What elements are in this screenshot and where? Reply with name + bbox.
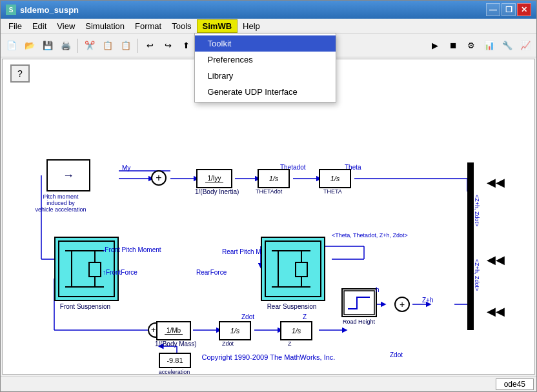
menu-edit[interactable]: Edit [27, 19, 52, 34]
mux-block-right [467, 162, 474, 330]
status-solver: ode45 [496, 378, 534, 390]
h-label: h [376, 286, 380, 293]
dropdown-generate-udp[interactable]: Generate UDP Interface [195, 84, 336, 100]
copyright-label: Copyright 1990-2009 The MathWorks, Inc. [3, 353, 534, 361]
tb-copy[interactable]: 📋 [99, 37, 116, 54]
tb-up[interactable]: ⬆ [177, 37, 194, 54]
minimize-button[interactable]: — [486, 3, 500, 16]
body-mass-label: 1/(Body Mass) [155, 340, 196, 348]
frontforce-label: ↑FrontForce [103, 269, 137, 276]
tb-print[interactable]: 🖨️ [57, 37, 74, 54]
mux-out-zh-label: <Z+h, Zdot> [474, 195, 480, 226]
title-bar: S sldemo_suspn — ❐ ✕ [1, 1, 536, 19]
z-wire-label: Z [303, 313, 307, 320]
body-mass-gain[interactable]: 1/Mb [156, 321, 191, 340]
dropdown-toolkit[interactable]: Toolkit [195, 35, 336, 52]
zdot-label: Zdot [222, 340, 234, 347]
maximize-button[interactable]: ❐ [502, 3, 516, 16]
sum-zh[interactable]: + [394, 297, 410, 312]
menu-format[interactable]: Format [130, 19, 167, 34]
tb-sim4[interactable]: 📈 [517, 37, 534, 54]
road-height-block[interactable] [341, 288, 377, 317]
rearforce-label: RearForce [196, 269, 227, 276]
diagram: ? Veh... [3, 59, 534, 374]
canvas-area[interactable]: ? Veh... [2, 59, 535, 375]
sep2 [137, 39, 138, 53]
svg-rect-36 [265, 241, 321, 297]
dropdown-library[interactable]: Library [195, 68, 336, 84]
tb-stop[interactable]: ⏹ [445, 37, 461, 54]
integrator-theta[interactable]: 1/s [319, 169, 351, 188]
tb-redo[interactable]: ↪ [159, 37, 176, 54]
body-inertia-gain[interactable]: 1/Iyy [196, 169, 232, 188]
menu-simwb[interactable]: SimWB [197, 19, 238, 33]
close-button[interactable]: ✕ [517, 3, 531, 16]
simwb-dropdown: Toolkit Preferences Library Generate UDP… [194, 33, 336, 103]
main-window: S sldemo_suspn — ❐ ✕ File Edit View Simu… [0, 0, 537, 392]
tb-sim3[interactable]: 🔧 [499, 37, 516, 54]
zdot-wire-label: Zdot [241, 313, 254, 320]
menu-simwb-wrapper: SimWB Toolkit Preferences Library Genera… [197, 19, 238, 33]
integrator-z[interactable]: 1/s [280, 321, 312, 340]
menu-tools[interactable]: Tools [167, 19, 196, 34]
status-bar: 100% ode45 [1, 376, 536, 391]
integrator-zdot[interactable]: 1/s [219, 321, 251, 340]
integrator-thetadot[interactable]: 1/s [258, 169, 290, 188]
front-pitch-label: -Front Pitch Moment [103, 246, 161, 253]
tb-save[interactable]: 💾 [39, 37, 56, 54]
front-suspension-label: Front Suspension [53, 303, 117, 310]
svg-rect-48 [344, 291, 374, 315]
app-icon: S [6, 5, 16, 15]
rear-suspension-label: Rear Suspension [259, 303, 324, 310]
menu-view[interactable]: View [52, 19, 80, 34]
window-controls: — ❐ ✕ [486, 3, 531, 16]
tb-new[interactable]: 📄 [3, 37, 20, 54]
diagram-connections [3, 59, 534, 374]
rear-suspension-block[interactable] [261, 237, 325, 301]
help-button[interactable]: ? [10, 64, 30, 83]
mux-out-zh2-label: <Z+h, Zdot> [474, 259, 480, 291]
tb-paste[interactable]: 📋 [117, 37, 134, 54]
sum-block-theta[interactable]: + [151, 170, 167, 186]
dropdown-preferences[interactable]: Preferences [195, 52, 336, 68]
thetadot-label: THETAdot [256, 188, 282, 195]
menu-help[interactable]: Help [238, 19, 265, 34]
theta-thetadot-label: <Theta, Thetadot, Z+h, Zdot> [332, 232, 408, 239]
road-height-label: Road Height [337, 318, 381, 325]
theta-label: THETA [323, 188, 342, 195]
tb-run[interactable]: ▶ [427, 37, 443, 54]
tb-cut[interactable]: ✂️ [81, 37, 98, 54]
gravity-label: accelerationdue to gravity [143, 369, 205, 375]
tb-sim1[interactable]: ⚙ [463, 37, 480, 54]
zh-label: Z+h [422, 297, 434, 304]
menu-file[interactable]: File [3, 19, 27, 34]
my-label: My [122, 164, 130, 172]
tb-sim2[interactable]: 📊 [481, 37, 498, 54]
menu-bar: File Edit View Simulation Format Tools S… [1, 19, 536, 34]
body-inertia-label: 1/(Body Inertia) [195, 188, 239, 195]
tb-undo[interactable]: ↩ [141, 37, 158, 54]
menu-simulation[interactable]: Simulation [80, 19, 130, 34]
window-title: sldemo_suspn [20, 5, 486, 15]
sep1 [77, 39, 78, 53]
pitch-moment-label: Pitch momentinduced byvehicle accelerati… [28, 193, 93, 213]
z-label: Z [288, 340, 292, 347]
pitch-moment-block[interactable]: → [46, 159, 90, 191]
tb-open[interactable]: 📂 [21, 37, 38, 54]
